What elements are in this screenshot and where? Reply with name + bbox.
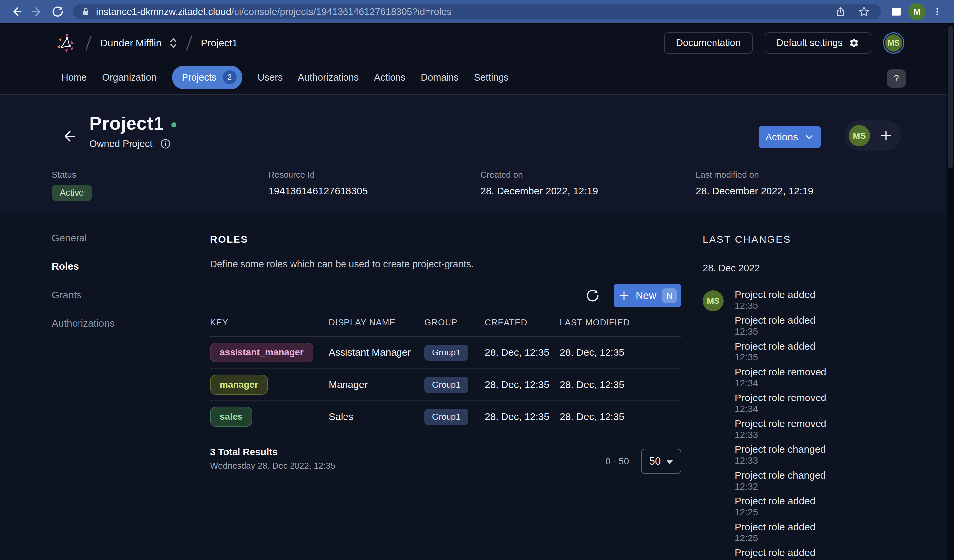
role-key-pill: manager [210, 375, 268, 395]
documentation-button[interactable]: Documentation [664, 33, 753, 54]
meta-label: Created on [480, 170, 598, 180]
tab-projects[interactable]: Projects2 [172, 65, 242, 89]
meta-label: Status [51, 170, 92, 180]
tab-home[interactable]: Home [61, 72, 87, 83]
tab-actions[interactable]: Actions [374, 72, 405, 83]
change-title: Project role added [735, 521, 858, 532]
table-row[interactable]: managerManagerGroup128. Dec, 12:3528. De… [210, 369, 681, 401]
project-type-label: Owned Project [89, 138, 152, 149]
breadcrumb-separator [86, 35, 92, 50]
tab-label: Projects [182, 72, 217, 83]
browser-side-panel-button[interactable] [888, 3, 905, 20]
help-button[interactable]: ? [887, 69, 906, 88]
sidebar-item-grants[interactable]: Grants [51, 289, 115, 300]
change-entry[interactable]: Project role added12:35 [735, 289, 858, 311]
change-title: Project role added [735, 315, 858, 326]
changes-date: 28. Dec 2022 [703, 263, 858, 274]
refresh-button[interactable] [585, 288, 600, 303]
sidebar-item-authorizations[interactable]: Authorizations [51, 318, 115, 329]
column-header: KEY [210, 317, 329, 328]
table-row[interactable]: assistant_managerAssistant ManagerGroup1… [210, 337, 681, 369]
change-time: 12:34 [735, 378, 858, 388]
paginator: 0 - 50 50 [605, 449, 681, 474]
tab-label: Actions [374, 72, 405, 83]
role-display-name: Manager [329, 379, 424, 390]
contributors-pill: MS [844, 120, 901, 151]
page-range: 0 - 50 [605, 456, 629, 467]
url-path: /ui/console/projects/194136146127618305?… [231, 6, 452, 17]
actions-label: Actions [765, 131, 798, 143]
browser-share-button[interactable] [832, 3, 850, 20]
meta-last-modified-on: Last modified on28. December 2022, 12:19 [696, 170, 813, 197]
table-row[interactable]: salesSalesGroup128. Dec, 12:3528. Dec, 1… [210, 401, 681, 433]
browser-address-bar[interactable]: instance1-dkmnzw.zitadel.cloud/ui/consol… [73, 4, 881, 19]
org-switcher[interactable]: Dunder Mifflin [100, 37, 178, 49]
plus-icon[interactable] [880, 129, 892, 142]
back-arrow-icon [62, 129, 76, 144]
role-key-pill: assistant_manager [210, 342, 313, 362]
tab-authorizations[interactable]: Authorizations [298, 72, 359, 83]
browser-toolbar: instance1-dkmnzw.zitadel.cloud/ui/consol… [0, 0, 954, 24]
tab-organization[interactable]: Organization [102, 72, 156, 83]
browser-forward-button[interactable] [28, 3, 46, 20]
tab-users[interactable]: Users [258, 72, 283, 83]
change-entry[interactable]: Project role added12:25 [735, 521, 858, 543]
browser-back-button[interactable] [8, 3, 25, 20]
tab-label: Settings [474, 72, 509, 83]
back-button[interactable] [60, 128, 78, 145]
change-entry[interactable]: Project role removed12:33 [735, 418, 858, 440]
user-avatar-button[interactable]: MS [883, 33, 904, 54]
actions-button[interactable]: Actions [759, 126, 821, 148]
browser-refresh-button[interactable] [49, 3, 66, 20]
change-entry[interactable]: Project role added12:25 [735, 547, 858, 560]
tab-settings[interactable]: Settings [474, 72, 509, 83]
chevron-down-icon [804, 132, 814, 142]
results-row: 3 Total Results Wednesday 28. Dec 2022, … [210, 447, 681, 474]
changes-list: Project role added12:35Project role adde… [735, 289, 858, 560]
browser-bookmark-button[interactable] [855, 3, 873, 20]
keyboard-shortcut-badge: N [662, 288, 677, 303]
role-display-name: Sales [329, 411, 424, 422]
info-icon[interactable] [161, 139, 171, 149]
tab-label: Domains [421, 72, 458, 83]
tab-domains[interactable]: Domains [421, 72, 458, 83]
meta-label: Last modified on [696, 170, 813, 180]
default-settings-button[interactable]: Default settings [765, 33, 871, 54]
role-modified-date: 28. Dec, 12:35 [560, 411, 681, 422]
default-settings-label: Default settings [776, 37, 843, 48]
column-header: GROUP [424, 317, 485, 328]
changes-avatar: MS [703, 290, 724, 311]
new-role-button[interactable]: New N [614, 284, 681, 308]
contributor-avatar[interactable]: MS [849, 125, 870, 146]
tab-label: Authorizations [298, 72, 359, 83]
sidebar-item-general[interactable]: General [51, 232, 115, 244]
breadcrumb-project[interactable]: Project1 [201, 37, 237, 49]
change-entry[interactable]: Project role changed12:32 [735, 470, 858, 492]
documentation-label: Documentation [676, 37, 740, 48]
forward-arrow-icon [31, 6, 43, 17]
breadcrumb-separator [186, 35, 192, 50]
back-arrow-icon [11, 6, 23, 17]
change-entry[interactable]: Project role added12:35 [735, 315, 858, 337]
change-entry[interactable]: Project role added12:25 [735, 495, 858, 517]
results-timestamp: Wednesday 28. Dec 2022, 12:35 [210, 461, 335, 471]
tab-count-badge: 2 [223, 70, 237, 84]
meta-resource-id: Resource Id194136146127618305 [268, 170, 368, 197]
page-size-select[interactable]: 50 [641, 449, 681, 474]
role-key-pill: sales [210, 407, 253, 426]
change-entry[interactable]: Project role changed12:33 [735, 444, 858, 466]
scrollbar-thumb[interactable] [948, 26, 953, 168]
role-modified-date: 28. Dec, 12:35 [560, 347, 681, 358]
change-entry[interactable]: Project role added12:35 [735, 341, 858, 362]
browser-menu-button[interactable] [929, 3, 946, 20]
role-created-date: 28. Dec, 12:35 [485, 379, 560, 390]
meta-status: StatusActive [51, 170, 92, 201]
zitadel-logo-icon[interactable] [56, 33, 77, 53]
star-icon [858, 6, 870, 17]
change-entry[interactable]: Project role removed12:34 [735, 392, 858, 414]
change-entry[interactable]: Project role removed12:34 [735, 366, 858, 388]
scrollbar-track [947, 24, 954, 560]
browser-profile-avatar[interactable]: M [908, 3, 926, 20]
roles-table: KEYDISPLAY NAMEGROUPCREATEDLAST MODIFIED… [210, 317, 681, 433]
sidebar-item-roles[interactable]: Roles [51, 261, 115, 272]
